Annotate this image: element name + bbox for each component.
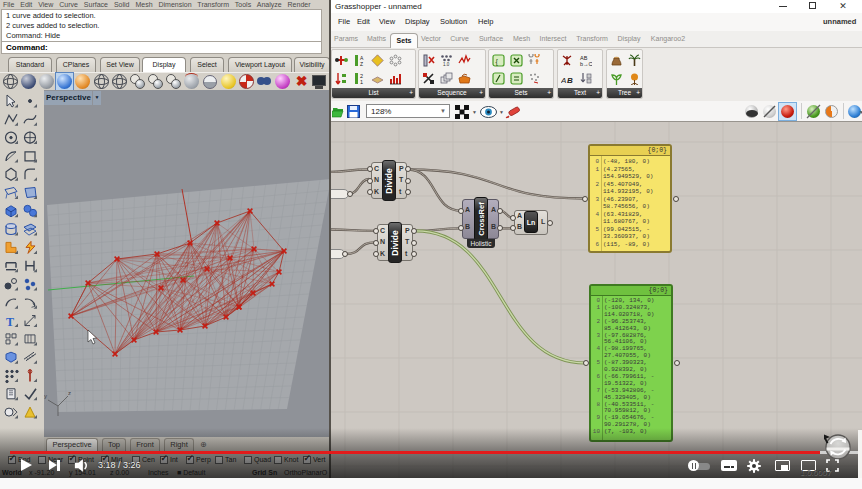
svg-text:y: y (44, 393, 47, 399)
svg-text:Z: Z (360, 61, 363, 67)
svg-text:1.0: 1.0 (443, 62, 450, 67)
svg-text:B: B (567, 76, 573, 85)
svg-text:b→C: b→C (580, 61, 592, 67)
svg-text:z: z (68, 390, 71, 396)
svg-text:T: T (6, 315, 14, 329)
svg-text:A: A (561, 76, 566, 85)
svg-text:1: 1 (360, 79, 363, 85)
